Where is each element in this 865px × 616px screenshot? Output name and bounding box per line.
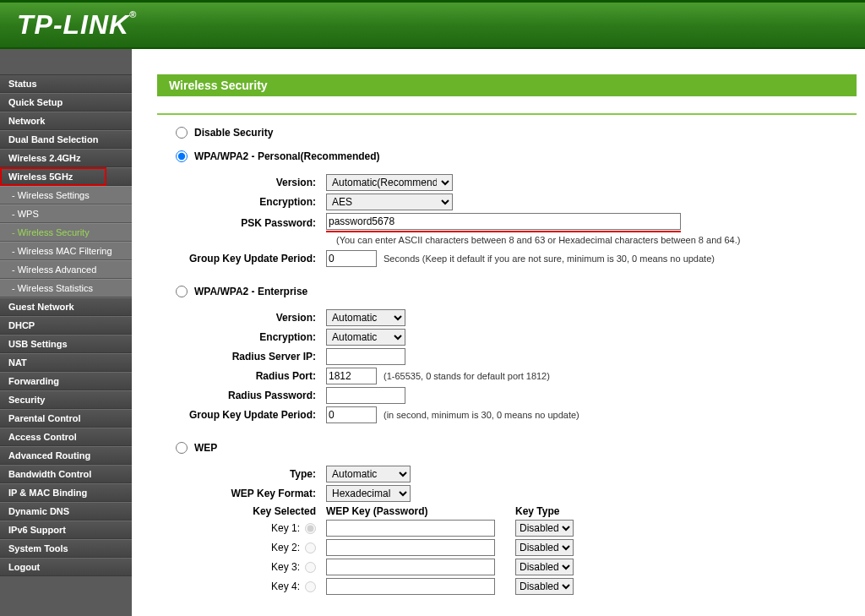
separator — [157, 113, 857, 115]
nav-item-dual-band-selection[interactable]: Dual Band Selection — [0, 130, 132, 149]
label-wpa-enterprise: WPA/WPA2 - Enterprise — [194, 286, 307, 297]
label-radius-ip: Radius Server IP: — [176, 351, 326, 363]
label-ent-gkup: Group Key Update Period: — [176, 409, 326, 421]
wep-key-label: Key 4: — [271, 581, 300, 592]
radio-wep-key-3[interactable] — [305, 562, 316, 573]
select-wep-keytype-3[interactable]: Disabled — [515, 559, 574, 575]
nav-item-wps[interactable]: - WPS — [0, 204, 132, 223]
select-wep-keytype-2[interactable]: Disabled — [515, 539, 574, 556]
help-ent-gkup: (in second, minimum is 30, 0 means no up… — [384, 410, 579, 420]
radio-wpa-personal[interactable] — [176, 150, 188, 162]
help-radius-port: (1-65535, 0 stands for default port 1812… — [384, 371, 550, 381]
logo: TP-LINK® — [17, 9, 137, 41]
help-psk: (You can enter ASCII characters between … — [336, 235, 857, 245]
label-wep-format: WEP Key Format: — [176, 488, 326, 499]
nav-item-wireless-statistics[interactable]: - Wireless Statistics — [0, 279, 132, 297]
select-wep-keytype-1[interactable]: Disabled — [515, 520, 574, 537]
nav-item-wireless-settings[interactable]: - Wireless Settings — [0, 186, 132, 204]
nav-item-wireless-2-4ghz[interactable]: Wireless 2.4GHz — [0, 149, 132, 167]
nav-item-logout[interactable]: Logout — [0, 558, 132, 576]
wep-key-label: Key 2: — [271, 542, 300, 553]
select-wep-keytype-4[interactable]: Disabled — [515, 578, 574, 595]
label-radius-pw: Radius Password: — [176, 390, 326, 401]
nav-item-parental-control[interactable]: Parental Control — [0, 409, 132, 428]
select-wep-format[interactable]: Hexadecimal — [326, 485, 411, 502]
nav-item-ip-mac-binding[interactable]: IP & MAC Binding — [0, 483, 132, 502]
wep-col-key: WEP Key (Password) — [326, 505, 515, 517]
wep-key-row: Key 1:Disabled — [176, 520, 857, 537]
input-radius-ip[interactable] — [326, 348, 405, 365]
nav-item-wireless-5ghz[interactable]: Wireless 5GHz — [0, 167, 132, 186]
wep-col-type: Key Type — [515, 505, 559, 517]
select-ent-version[interactable]: Automatic — [326, 309, 405, 326]
nav-item-quick-setup[interactable]: Quick Setup — [0, 93, 132, 112]
psk-underline — [326, 213, 681, 232]
nav-item-dynamic-dns[interactable]: Dynamic DNS — [0, 502, 132, 521]
label-personal-encryption: Encryption: — [176, 196, 326, 208]
header: TP-LINK® — [0, 0, 865, 49]
select-personal-version[interactable]: Automatic(Recommended) — [326, 174, 453, 191]
input-wep-key-4[interactable] — [326, 578, 495, 595]
nav-item-security[interactable]: Security — [0, 390, 132, 409]
label-personal-version: Version: — [176, 177, 326, 188]
radio-wep-key-1[interactable] — [305, 523, 316, 534]
input-radius-port[interactable] — [326, 368, 377, 384]
label-radius-port: Radius Port: — [176, 370, 326, 382]
nav-item-advanced-routing[interactable]: Advanced Routing — [0, 446, 132, 465]
radio-wep-key-4[interactable] — [305, 581, 316, 592]
input-personal-gkup[interactable] — [326, 250, 377, 267]
main-content: Wireless Security Disable Security WPA/W… — [132, 49, 865, 616]
select-ent-encryption[interactable]: Automatic — [326, 329, 405, 346]
label-wep-type: Type: — [176, 468, 326, 480]
wep-key-row: Key 3:Disabled — [176, 559, 857, 575]
wep-col-selected: Key Selected — [176, 505, 326, 517]
nav-item-status[interactable]: Status — [0, 74, 132, 93]
nav-item-bandwidth-control[interactable]: Bandwidth Control — [0, 465, 132, 483]
radio-wpa-enterprise[interactable] — [176, 286, 188, 297]
label-ent-version: Version: — [176, 312, 326, 324]
radio-wep[interactable] — [176, 442, 188, 454]
wep-key-label: Key 1: — [271, 522, 300, 534]
wep-key-row: Key 2:Disabled — [176, 539, 857, 556]
nav-item-guest-network[interactable]: Guest Network — [0, 297, 132, 316]
label-ent-encryption: Encryption: — [176, 331, 326, 343]
label-disable-security: Disable Security — [194, 127, 273, 139]
wep-key-label: Key 3: — [271, 561, 300, 573]
nav-item-ipv6-support[interactable]: IPv6 Support — [0, 521, 132, 539]
input-radius-pw[interactable] — [326, 387, 405, 404]
label-wep: WEP — [194, 442, 217, 454]
nav-item-wireless-security[interactable]: - Wireless Security — [0, 223, 132, 242]
select-wep-type[interactable]: Automatic — [326, 466, 411, 482]
nav-item-usb-settings[interactable]: USB Settings — [0, 335, 132, 353]
select-personal-encryption[interactable]: AES — [326, 194, 453, 210]
nav-item-forwarding[interactable]: Forwarding — [0, 372, 132, 390]
input-wep-key-2[interactable] — [326, 539, 495, 556]
wep-key-row: Key 4:Disabled — [176, 578, 857, 595]
nav-item-system-tools[interactable]: System Tools — [0, 539, 132, 558]
nav-item-wireless-advanced[interactable]: - Wireless Advanced — [0, 260, 132, 279]
input-wep-key-1[interactable] — [326, 520, 495, 537]
input-psk-password[interactable] — [326, 213, 681, 230]
label-personal-gkup: Group Key Update Period: — [176, 253, 326, 264]
nav-item-access-control[interactable]: Access Control — [0, 428, 132, 446]
nav-item-network[interactable]: Network — [0, 112, 132, 130]
radio-wep-key-2[interactable] — [305, 542, 316, 553]
label-wpa-personal: WPA/WPA2 - Personal(Recommended) — [194, 150, 380, 162]
radio-disable-security[interactable] — [176, 127, 188, 139]
page-title: Wireless Security — [157, 74, 857, 96]
sidebar: StatusQuick SetupNetworkDual Band Select… — [0, 49, 132, 616]
input-ent-gkup[interactable] — [326, 406, 377, 423]
label-psk-password: PSK Password: — [176, 217, 326, 229]
input-wep-key-3[interactable] — [326, 559, 495, 575]
help-personal-gkup: Seconds (Keep it default if you are not … — [384, 253, 715, 264]
nav-item-wireless-mac-filtering[interactable]: - Wireless MAC Filtering — [0, 242, 132, 260]
nav-item-dhcp[interactable]: DHCP — [0, 316, 132, 335]
nav-item-nat[interactable]: NAT — [0, 353, 132, 372]
